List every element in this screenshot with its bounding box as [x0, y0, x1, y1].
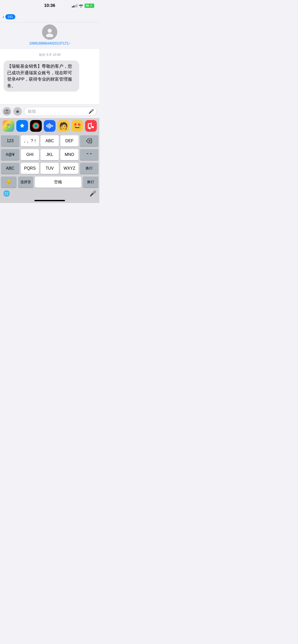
- signal-icon: [72, 4, 77, 7]
- app-store-button[interactable]: [13, 107, 22, 116]
- avatar: [42, 24, 57, 40]
- svg-point-15: [91, 126, 94, 128]
- message-input-field[interactable]: 短信 🎤: [24, 107, 97, 116]
- keyboard-row-2: #@¥ GHI JKL MNO ⌃⌃: [1, 149, 98, 160]
- message-bubble: 【瑞银基金销售】尊敬的客户，您已成功开通瑞富众账号，现在即可登录APP，获得专业…: [4, 61, 79, 92]
- key-emoji[interactable]: 😊: [1, 177, 17, 188]
- svg-rect-18: [88, 123, 92, 124]
- globe-icon[interactable]: 🌐: [3, 190, 10, 197]
- home-bar: [34, 200, 65, 201]
- mic-icon: 🎤: [88, 109, 94, 114]
- keyboard-bottom: 🌐 🎤: [0, 189, 99, 198]
- wifi-icon: [79, 4, 83, 7]
- key-123[interactable]: 123: [1, 135, 19, 147]
- svg-rect-16: [91, 122, 92, 127]
- battery-indicator: 98 ⚡: [85, 4, 94, 8]
- message-timestamp: 短信 今天 10:36: [4, 53, 96, 57]
- key-symbols[interactable]: #@¥: [1, 149, 19, 160]
- key-abc[interactable]: ABC: [40, 135, 59, 147]
- key-pinyin[interactable]: 选拼音: [18, 177, 34, 188]
- svg-rect-11: [50, 124, 51, 128]
- svg-rect-9: [48, 124, 48, 128]
- back-button[interactable]: ‹ 191: [3, 14, 15, 20]
- app-icon-memoji[interactable]: 🧑: [58, 120, 69, 132]
- key-backspace[interactable]: [80, 135, 98, 147]
- keyboard-row-1: 123 ，。?！ ABC DEF: [1, 135, 98, 147]
- svg-rect-8: [46, 125, 47, 127]
- contact-chevron-icon: ›: [69, 41, 70, 45]
- key-shift[interactable]: ⌃⌃: [80, 149, 98, 160]
- key-ghi[interactable]: GHI: [21, 149, 39, 160]
- app-icon-contact2[interactable]: 🤩: [71, 120, 83, 132]
- key-return[interactable]: 换行: [80, 163, 98, 174]
- svg-rect-13: [52, 125, 53, 126]
- message-area: 短信 今天 10:36 【瑞银基金销售】尊敬的客户，您已成功开通瑞富众账号，现在…: [0, 49, 99, 105]
- app-icon-fitness[interactable]: [30, 120, 42, 132]
- keyboard-row-4: 😊 选拼音 空格 换行: [1, 177, 98, 188]
- app-icon-soundrecog[interactable]: [44, 120, 56, 132]
- dictation-icon[interactable]: 🎤: [89, 190, 96, 197]
- back-chevron-icon: ‹: [3, 14, 4, 20]
- keyboard-row-3: ABC PQRS TUV WXYZ 换行: [1, 163, 98, 174]
- input-bar: 短信 🎤: [0, 105, 99, 118]
- app-icon-photos[interactable]: [3, 120, 14, 132]
- svg-point-0: [48, 29, 52, 33]
- status-bar: 10:36 98 ⚡: [0, 0, 99, 11]
- app-store-icon: [13, 107, 22, 116]
- keyboard: 123 ，。?！ ABC DEF #@¥ GHI JKL MNO ⌃⌃ ABC …: [0, 134, 99, 189]
- key-tuv[interactable]: TUV: [40, 163, 59, 174]
- svg-point-7: [35, 125, 37, 127]
- key-jkl[interactable]: JKL: [40, 149, 59, 160]
- svg-point-14: [88, 127, 91, 129]
- status-right: 98 ⚡: [72, 4, 94, 8]
- key-abc-switch[interactable]: ABC: [1, 163, 19, 174]
- key-wxyz[interactable]: WXYZ: [60, 163, 79, 174]
- message-input-placeholder: 短信: [28, 109, 36, 114]
- contact-header: 10681686644020137171 ›: [0, 22, 99, 49]
- back-badge: 191: [5, 14, 15, 19]
- key-pqrs[interactable]: PQRS: [21, 163, 39, 174]
- svg-rect-12: [51, 125, 52, 127]
- key-mno[interactable]: MNO: [60, 149, 79, 160]
- home-indicator: [0, 198, 99, 203]
- key-def[interactable]: DEF: [60, 135, 79, 147]
- camera-icon: [3, 107, 11, 116]
- svg-rect-10: [49, 123, 50, 129]
- app-icon-appstore[interactable]: [16, 120, 28, 132]
- svg-point-3: [6, 111, 8, 113]
- key-punctuation[interactable]: ，。?！: [21, 135, 39, 147]
- key-return-bottom[interactable]: 换行: [83, 177, 98, 188]
- key-space[interactable]: 空格: [35, 177, 81, 188]
- avatar-person-icon: [45, 27, 55, 37]
- app-row: 🧑 🤩: [0, 118, 99, 134]
- contact-number[interactable]: 10681686644020137171 ›: [29, 41, 70, 45]
- app-icon-music[interactable]: [85, 120, 97, 132]
- navigation-bar: ‹ 191: [0, 11, 99, 22]
- status-time: 10:36: [44, 3, 55, 8]
- svg-rect-4: [6, 110, 8, 110]
- svg-point-1: [46, 34, 53, 37]
- camera-button[interactable]: [3, 107, 11, 116]
